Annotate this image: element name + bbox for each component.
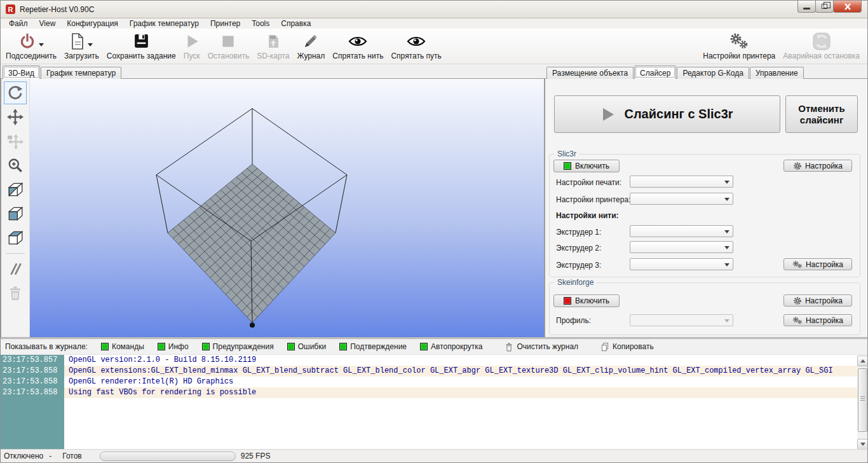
toolbar-right-group: Настройки принтера Аварийная остановка bbox=[699, 31, 864, 60]
power-icon bbox=[18, 32, 36, 51]
tab-gcode-editor[interactable]: Редактор G-Кода bbox=[677, 67, 749, 79]
gl-viewport[interactable] bbox=[30, 79, 544, 337]
toggle-ack[interactable]: Подтверждение bbox=[339, 342, 407, 351]
load-dropdown-icon[interactable] bbox=[88, 43, 93, 46]
main-area: 3D-Вид График температур bbox=[1, 64, 868, 338]
menu-view[interactable]: View bbox=[34, 19, 62, 28]
play-icon bbox=[601, 107, 615, 122]
printer-settings-combo[interactable] bbox=[630, 193, 733, 205]
minimize-icon bbox=[803, 8, 810, 10]
scroll-up-button[interactable] bbox=[857, 356, 868, 366]
move-object-icon bbox=[7, 133, 24, 149]
log-output[interactable]: 23:17:53.857 OpenGL version:2.1.0 - Buil… bbox=[1, 355, 868, 450]
extruder-config-button[interactable]: Настройка bbox=[783, 258, 852, 270]
filament-settings-heading: Настройки нити: bbox=[556, 211, 619, 220]
menu-temp-graph[interactable]: График температур bbox=[124, 19, 205, 28]
extruder3-combo[interactable] bbox=[630, 258, 733, 270]
print-bed-3d-scene bbox=[30, 79, 544, 337]
close-button[interactable] bbox=[833, 1, 862, 13]
menu-help[interactable]: Справка bbox=[275, 19, 316, 28]
slic3r-group-title: Slic3r bbox=[555, 149, 579, 158]
extruder2-label: Экструдер 2: bbox=[556, 244, 601, 252]
log-section: Показывать в журнале: Команды Инфо Преду… bbox=[1, 338, 868, 450]
log-row: 23:17:53.858 Using fast VBOs for renderi… bbox=[1, 387, 868, 398]
extruder2-combo[interactable] bbox=[630, 241, 733, 253]
tab-object-placement[interactable]: Размещение объекта bbox=[546, 67, 634, 79]
move-object-tool bbox=[4, 130, 27, 153]
toggle-commands[interactable]: Команды bbox=[101, 342, 144, 351]
view-front-button[interactable] bbox=[4, 202, 27, 225]
chevron-down-icon bbox=[724, 181, 729, 184]
minimize-button[interactable] bbox=[797, 1, 816, 13]
menu-tools[interactable]: Tools bbox=[246, 19, 275, 28]
menu-file[interactable]: Файл bbox=[3, 19, 34, 28]
log-toolbar: Показывать в журнале: Команды Инфо Преду… bbox=[1, 339, 868, 355]
chevron-down-icon bbox=[724, 198, 729, 201]
arrow-down-icon bbox=[860, 443, 865, 446]
tab-3d-view[interactable]: 3D-Вид bbox=[3, 66, 40, 79]
hide-filament-button[interactable]: Спрятать нить bbox=[329, 31, 387, 60]
log-button[interactable]: Журнал bbox=[293, 31, 329, 60]
toggle-warnings[interactable]: Предупраждения bbox=[202, 342, 274, 351]
skeinforge-config-button[interactable]: Настройка bbox=[783, 294, 852, 307]
clear-log-button[interactable]: Очистить журнал bbox=[505, 342, 578, 352]
skeinforge-group: Skeinforge Включить Настройка Профиль: bbox=[549, 282, 860, 335]
load-button[interactable]: Загрузить bbox=[60, 31, 103, 60]
connect-dropdown-icon[interactable] bbox=[39, 43, 44, 46]
view-tabs: 3D-Вид График температур bbox=[3, 67, 122, 79]
toggle-errors[interactable]: Ошибки bbox=[287, 342, 327, 351]
menu-printer[interactable]: Принтер bbox=[205, 19, 246, 28]
profile-combo bbox=[630, 314, 733, 326]
connection-status: Отключено bbox=[4, 452, 43, 460]
copy-log-button[interactable]: Копировать bbox=[600, 342, 654, 352]
cancel-slice-button[interactable]: Отменить слайсинг bbox=[785, 95, 858, 133]
slic3r-config-button[interactable]: Настройка bbox=[783, 160, 852, 172]
move-icon bbox=[7, 109, 24, 125]
profile-config-button[interactable]: Настройка bbox=[783, 314, 852, 326]
toggle-info[interactable]: Инфо bbox=[158, 342, 189, 351]
green-led-icon bbox=[339, 343, 347, 350]
toggle-autoscroll[interactable]: Автопрокрутка bbox=[420, 342, 482, 351]
extruder1-label: Экструдер 1: bbox=[556, 228, 601, 237]
zoom-icon bbox=[7, 157, 24, 174]
stop-icon bbox=[220, 33, 236, 50]
connect-button[interactable]: Подсоединить bbox=[2, 31, 60, 60]
gear-icon bbox=[793, 162, 802, 170]
copy-icon bbox=[600, 342, 609, 352]
slic3r-enable-button[interactable]: Включить bbox=[553, 160, 620, 172]
restore-button[interactable] bbox=[815, 1, 834, 13]
scroll-down-button[interactable] bbox=[857, 439, 868, 450]
status-bar: Отключено - Готов 925 FPS bbox=[1, 449, 868, 462]
arrow-up-icon bbox=[860, 359, 865, 363]
log-scrollbar[interactable] bbox=[857, 356, 868, 450]
printer-settings-button[interactable]: Настройки принтера bbox=[699, 31, 779, 60]
view-tabpage bbox=[1, 78, 545, 338]
print-settings-label: Настройки печати: bbox=[556, 178, 621, 187]
slicer-tabpage: Слайсинг с Slic3r Отменить слайсинг Slic… bbox=[545, 78, 868, 338]
view-iso-button[interactable] bbox=[4, 178, 27, 201]
eye-icon bbox=[348, 35, 367, 48]
view-top-button[interactable] bbox=[4, 226, 27, 249]
tab-temp-graph[interactable]: График температур bbox=[41, 67, 121, 79]
app-logo-icon: R bbox=[6, 4, 15, 14]
rotate-tool[interactable] bbox=[4, 81, 27, 104]
save-job-button[interactable]: Сохранить задание bbox=[103, 31, 180, 60]
delete-object-tool bbox=[4, 282, 27, 305]
move-viewport-tool[interactable] bbox=[4, 106, 27, 128]
print-settings-combo[interactable] bbox=[630, 176, 733, 188]
zoom-tool[interactable] bbox=[4, 154, 27, 177]
cross-section-tool[interactable] bbox=[4, 258, 27, 280]
play-icon bbox=[184, 33, 200, 50]
slice-button[interactable]: Слайсинг с Slic3r bbox=[554, 95, 780, 133]
tab-manual-control[interactable]: Управление bbox=[750, 67, 804, 79]
menu-config[interactable]: Конфигурация bbox=[61, 19, 124, 28]
tab-slicer[interactable]: Слайсер bbox=[634, 66, 676, 79]
trash-icon bbox=[7, 285, 24, 301]
green-led-icon bbox=[202, 343, 210, 350]
scrollbar-thumb[interactable] bbox=[858, 368, 867, 432]
hide-path-button[interactable]: Спрятать путь bbox=[387, 31, 445, 60]
extruder1-combo[interactable] bbox=[630, 225, 733, 237]
app-window: R Repetier-Host V0.90C Файл View Конфигу… bbox=[0, 0, 868, 463]
skeinforge-enable-button[interactable]: Включить bbox=[553, 294, 620, 307]
green-led-icon bbox=[420, 343, 428, 350]
